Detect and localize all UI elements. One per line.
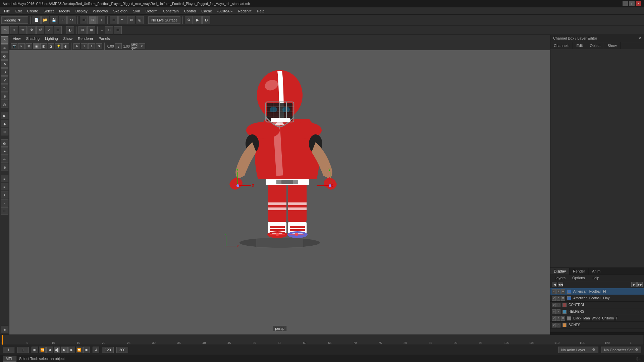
left-fx-btn[interactable]: ✦ bbox=[1, 147, 8, 155]
layer-r-0[interactable]: R bbox=[561, 289, 565, 294]
restore-btn[interactable]: ◻ bbox=[629, 1, 635, 6]
vp-wire-btn[interactable]: ⊞ bbox=[25, 43, 32, 49]
menu-item-skeleton[interactable]: Skeleton bbox=[110, 8, 130, 14]
viewport[interactable]: View Shading Lighting Show Renderer Pane… bbox=[9, 35, 550, 335]
layers-scrollbar[interactable] bbox=[550, 332, 644, 335]
menu-item-constrain[interactable]: Constrain bbox=[160, 8, 181, 14]
lp-tab-display[interactable]: Display bbox=[550, 268, 570, 275]
menu-item-redshift[interactable]: Redshift bbox=[235, 8, 254, 14]
select-hierarchy-btn[interactable]: ⊞ bbox=[80, 16, 88, 24]
layer-p-0[interactable]: P bbox=[556, 289, 560, 294]
vp-iso-btn[interactable]: ⊕ bbox=[73, 43, 80, 49]
cb-tab-edit[interactable]: Edit bbox=[573, 42, 586, 49]
vp-res2-btn[interactable]: 2 bbox=[88, 43, 95, 49]
rotate-tool-btn[interactable]: ↺ bbox=[36, 26, 44, 34]
menu-item-windows[interactable]: Windows bbox=[90, 8, 111, 14]
layer-r-1[interactable]: R bbox=[561, 296, 565, 301]
cb-tab-object[interactable]: Object bbox=[586, 42, 604, 49]
snap-grid2-btn[interactable]: ⊞ bbox=[114, 26, 122, 34]
show-manipulator-btn[interactable]: ⊕ bbox=[78, 26, 87, 34]
vm-panels[interactable]: Panels bbox=[97, 36, 112, 41]
mode-dropdown[interactable]: Rigging ▼ bbox=[1, 16, 28, 24]
left-more-btn[interactable]: ⋯ bbox=[1, 207, 8, 215]
menu-item-file[interactable]: File bbox=[1, 8, 13, 14]
lt-prev-btn[interactable]: ◀ bbox=[552, 282, 557, 287]
prev-key-btn[interactable]: ⏪ bbox=[39, 347, 46, 353]
layer-row-0[interactable]: VPRAmerican_Football_Pl bbox=[550, 288, 644, 295]
lasso-btn[interactable]: ⌖ bbox=[10, 26, 18, 34]
left-scale-btn[interactable]: ⤢ bbox=[1, 76, 8, 84]
channel-box-close-icon[interactable]: ✕ bbox=[638, 36, 641, 41]
layer-row-3[interactable]: VPHELPERS bbox=[550, 308, 644, 315]
minimize-btn[interactable]: — bbox=[623, 1, 628, 6]
soft-select-btn[interactable]: ◐ bbox=[66, 26, 74, 34]
go-end-btn[interactable]: ⏭ bbox=[83, 347, 90, 353]
ls-tab-help[interactable]: Help bbox=[589, 276, 602, 280]
left-deform-btn[interactable]: ◎ bbox=[1, 101, 8, 108]
left-snap-btn[interactable]: ⊕ bbox=[1, 93, 8, 100]
vm-renderer[interactable]: Renderer bbox=[76, 36, 95, 41]
play-back-btn[interactable]: ◀▌ bbox=[54, 347, 60, 353]
layer-p-2[interactable]: P bbox=[556, 303, 560, 307]
snap-point2-btn[interactable]: ⊕ bbox=[105, 26, 113, 34]
left-anim-btn[interactable]: ▶ bbox=[1, 112, 8, 119]
left-select-btn[interactable]: ↖ bbox=[1, 36, 8, 44]
vp-texture-btn[interactable]: ◪ bbox=[48, 43, 54, 49]
new-file-btn[interactable]: 📄 bbox=[33, 16, 41, 24]
layer-v-0[interactable]: V bbox=[552, 289, 556, 294]
play-fwd-btn[interactable]: ▶ bbox=[61, 347, 68, 353]
loop-btn[interactable]: ↺ bbox=[93, 347, 99, 353]
layer-p-3[interactable]: P bbox=[556, 309, 560, 314]
vm-show[interactable]: Show bbox=[61, 36, 75, 41]
menu-item-ditoali[interactable]: -3DitoAli- bbox=[215, 8, 235, 14]
timeline-playhead[interactable] bbox=[2, 335, 3, 345]
range-end-input[interactable] bbox=[102, 347, 114, 353]
vp-shadow-btn[interactable]: ◐ bbox=[62, 43, 69, 49]
vp-res-btn[interactable]: 1 bbox=[81, 43, 88, 49]
left-paint2-btn[interactable]: ✏ bbox=[1, 156, 8, 163]
layer-p-1[interactable]: P bbox=[556, 296, 560, 301]
layer-row-5[interactable]: VPBONES bbox=[550, 322, 644, 328]
ls-tab-layers[interactable]: Layers bbox=[552, 276, 568, 280]
go-start-btn[interactable]: ⏮ bbox=[32, 347, 38, 353]
mel-indicator[interactable]: MEL bbox=[3, 356, 16, 362]
snap-curve-btn[interactable]: 〜 bbox=[118, 16, 126, 24]
lp-tab-anim[interactable]: Anim bbox=[589, 268, 604, 275]
vp-cam-btn[interactable]: 📷 bbox=[11, 43, 17, 49]
select-mode-btn[interactable]: ⊕ bbox=[89, 16, 97, 24]
render-settings-btn[interactable]: ⚙ bbox=[185, 16, 193, 24]
left-layer-add-btn[interactable]: + bbox=[1, 191, 8, 198]
vp-sel-btn[interactable]: ↖ bbox=[18, 43, 25, 49]
menu-item-create[interactable]: Create bbox=[24, 8, 41, 14]
left-extra-btn[interactable]: ⊕ bbox=[1, 164, 8, 171]
layer-v-2[interactable]: V bbox=[552, 303, 556, 307]
vp-colorspace-btn[interactable]: sRGB gamma bbox=[131, 43, 138, 49]
left-bottom-btn[interactable]: ◈ bbox=[1, 326, 8, 333]
open-file-btn[interactable]: 📂 bbox=[41, 16, 49, 24]
vp-smooth-btn[interactable]: ◼ bbox=[33, 43, 40, 49]
lt-next-btn[interactable]: ▶ bbox=[631, 282, 637, 287]
transform-tool-btn[interactable]: ⊞ bbox=[54, 26, 62, 34]
menu-item-display[interactable]: Display bbox=[73, 8, 90, 14]
menu-item-cache[interactable]: Cache bbox=[199, 8, 215, 14]
snap-point-btn[interactable]: ⊕ bbox=[127, 16, 135, 24]
layer-row-4[interactable]: VPRBlack_Man_White_Uniform_T bbox=[550, 315, 644, 322]
select-lasso-btn[interactable]: ⌖ bbox=[97, 16, 105, 24]
menu-item-help[interactable]: Help bbox=[254, 8, 267, 14]
menu-item-skin[interactable]: Skin bbox=[130, 8, 143, 14]
scale-tool-btn[interactable]: ⤢ bbox=[45, 26, 53, 34]
save-file-btn[interactable]: 💾 bbox=[50, 16, 58, 24]
snap-grid-btn[interactable]: ⊞ bbox=[110, 16, 118, 24]
layer-v-4[interactable]: V bbox=[552, 316, 556, 321]
lt-next2-btn[interactable]: ▶▶ bbox=[637, 282, 643, 287]
render-btn[interactable]: ▶ bbox=[194, 16, 202, 24]
left-move-btn[interactable]: ✥ bbox=[1, 60, 8, 68]
layer-p-4[interactable]: P bbox=[556, 316, 560, 321]
layer-v-1[interactable]: V bbox=[552, 296, 556, 301]
layer-v-5[interactable]: V bbox=[552, 323, 556, 327]
range-start-input[interactable] bbox=[17, 347, 29, 353]
vp-res3-btn[interactable]: 3 bbox=[96, 43, 102, 49]
left-layers-btn[interactable]: ≡ bbox=[1, 175, 8, 182]
timeline-ruler[interactable]: 1510152025303540455055606570758085909510… bbox=[1, 335, 643, 345]
vm-view[interactable]: View bbox=[11, 36, 23, 41]
